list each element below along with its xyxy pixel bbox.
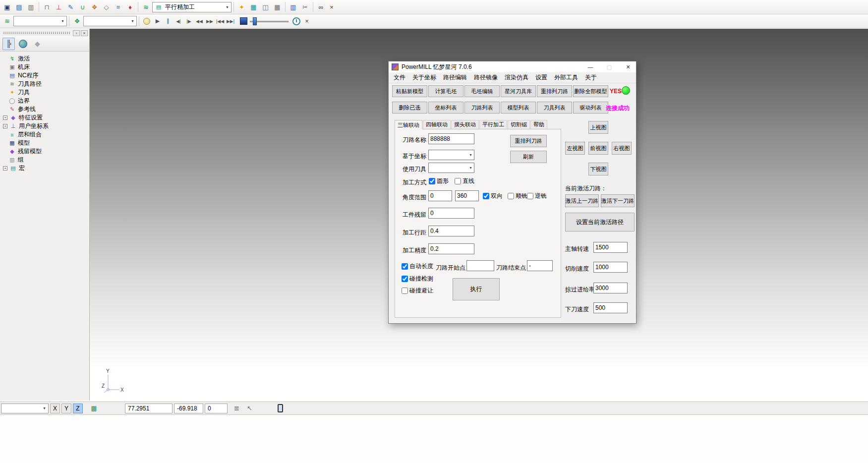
end-point-input[interactable] — [527, 260, 553, 271]
climb-checkbox[interactable]: 顺铣 — [508, 192, 527, 200]
tree-item-patterns[interactable]: ✎参考线 — [2, 105, 89, 114]
cursor-icon[interactable]: ↖ — [244, 403, 255, 414]
start-point-input[interactable] — [466, 260, 494, 271]
stats-icon[interactable]: ▥ — [288, 1, 299, 13]
collision-check-checkbox[interactable]: 碰撞检测 — [402, 275, 433, 283]
tree-item-stock-models[interactable]: ◆残留模型 — [2, 147, 89, 156]
expand-icon[interactable]: + — [3, 124, 7, 128]
tree-item-activate[interactable]: ↯激活 — [2, 55, 89, 63]
hierarchy-icon[interactable]: ╠ — [2, 38, 15, 50]
step-forward-icon[interactable]: |▶ — [184, 16, 194, 26]
line-checkbox-input[interactable] — [455, 178, 461, 184]
block-calc-icon[interactable]: ◫ — [260, 1, 271, 13]
toolpath-icon[interactable]: ≋ — [1, 15, 13, 27]
pattern-pen-icon[interactable]: ✎ — [65, 1, 76, 13]
tree-item-machine[interactable]: ▣机床 — [2, 63, 89, 71]
arc-icon[interactable]: ∪ — [77, 1, 88, 13]
tab-saw[interactable]: 切割锯 — [508, 120, 530, 129]
view-front-button[interactable]: 前视图 — [588, 142, 608, 155]
line-checkbox[interactable]: 直线 — [455, 177, 474, 185]
tool-library-button[interactable]: 星河刀具库 — [501, 85, 536, 97]
tree-item-toolpaths[interactable]: ≋刀具路径 — [2, 80, 89, 88]
explorer-pane-grip[interactable]: ▫ × — [0, 29, 89, 36]
shield-icon[interactable]: ◆ — [31, 38, 44, 50]
circle-checkbox-input[interactable] — [429, 178, 435, 184]
angle-to-input[interactable] — [455, 190, 479, 201]
handheld-icon[interactable] — [278, 404, 283, 412]
paste-new-model-button[interactable]: 粘贴新模型 — [392, 85, 427, 97]
view-left-button[interactable]: 左视图 — [565, 142, 585, 155]
refresh-button[interactable]: 刷新 — [510, 151, 547, 163]
auto-length-checkbox[interactable]: 自动长度 — [402, 262, 433, 271]
tool-select[interactable]: ▼ — [428, 163, 474, 173]
tab-swivel[interactable]: 摆头联动 — [451, 120, 479, 129]
view-top-button[interactable]: 上视图 — [588, 121, 608, 134]
block-icon[interactable]: ⊓ — [41, 1, 53, 13]
tree-item-tools[interactable]: ✦刀具 — [2, 88, 89, 97]
pane-close-icon[interactable]: × — [81, 30, 88, 36]
tool-icon[interactable]: ♦ — [124, 1, 136, 13]
toolpath-name-input[interactable] — [428, 133, 474, 144]
conventional-checkbox[interactable]: 逆铣 — [527, 192, 547, 200]
grid-icon[interactable]: ▦ — [88, 403, 100, 414]
find-icon[interactable]: ∞ — [315, 1, 327, 13]
menu-item-file[interactable]: 文件 — [390, 72, 409, 83]
toolbar-close-icon[interactable]: × — [327, 2, 336, 11]
spindle-speed-input[interactable] — [593, 242, 628, 253]
coord-select[interactable]: ▼ — [428, 150, 474, 160]
fast-forward-icon[interactable]: ▶▶ — [205, 16, 215, 26]
stepover-input[interactable] — [428, 226, 474, 236]
levels-icon[interactable]: ≡ — [113, 1, 124, 13]
menu-item-settings[interactable]: 设置 — [532, 72, 551, 83]
tool-adjust-icon[interactable]: ✦ — [236, 1, 247, 13]
view-select[interactable]: ▼ — [1, 404, 49, 413]
view-right-button[interactable]: 右视图 — [612, 142, 632, 155]
toolpath-list-button[interactable]: 刀路列表 — [464, 102, 500, 114]
tool-select-icon[interactable]: ❖ — [71, 15, 83, 27]
menu-item-about[interactable]: 关于 — [581, 72, 600, 83]
auto-length-checkbox-input[interactable] — [402, 263, 408, 270]
play-icon[interactable]: ▶ — [153, 16, 163, 26]
prev-toolpath-button[interactable]: 激活上一刀路 — [565, 194, 599, 207]
tree-item-macros[interactable]: +▤宏 — [2, 164, 89, 173]
delete-all-models-button[interactable]: 删除全部模型 — [573, 85, 608, 97]
print-icon[interactable]: ▥ — [25, 1, 37, 13]
menu-item-path-mirror[interactable]: 路径镜像 — [470, 72, 501, 83]
tree-item-boundaries[interactable]: ◯边界 — [2, 97, 89, 105]
set-active-path-button[interactable]: 设置当前激活路径 — [565, 213, 635, 232]
conventional-checkbox-input[interactable] — [527, 193, 533, 199]
tree-item-workplanes[interactable]: +⊥用户坐标系 — [2, 122, 89, 130]
simulate-light-icon[interactable] — [143, 18, 150, 25]
tree-item-nc-programs[interactable]: ▤NC程序 — [2, 71, 89, 80]
simulation-speed-slider[interactable] — [250, 17, 289, 26]
strategy-dropdown[interactable]: ▤ 平行精加工 ▼ — [152, 2, 231, 12]
expand-icon[interactable]: + — [3, 166, 7, 171]
coord-list-button[interactable]: 坐标列表 — [428, 102, 463, 114]
menu-item-external-tools[interactable]: 外部工具 — [551, 72, 581, 83]
calculator-icon[interactable]: ▦ — [272, 1, 283, 13]
tree-item-feature-sets[interactable]: +◆特征设置 — [2, 114, 89, 122]
tolerance-input[interactable] — [428, 243, 474, 254]
stock-input[interactable] — [428, 208, 474, 219]
dialog-titlebar[interactable]: PowerMILL 忆梦星河 7.0.6 — ▢ ✕ — [389, 61, 636, 72]
bidirectional-checkbox[interactable]: 双向 — [483, 192, 503, 200]
go-end-icon[interactable]: ▶▶| — [226, 16, 235, 26]
collision-avoid-checkbox[interactable]: 碰撞避让 — [402, 287, 433, 295]
tab-3axis[interactable]: 三轴联动 — [395, 120, 422, 129]
menu-item-render-sim[interactable]: 渲染仿真 — [501, 72, 532, 83]
angle-from-input[interactable] — [428, 190, 452, 201]
go-start-icon[interactable]: |◀◀ — [215, 16, 225, 26]
axis-x-button[interactable]: X — [50, 404, 60, 413]
toolpath-icon[interactable]: ≋ — [140, 1, 152, 13]
menu-item-path-edit[interactable]: 路径编辑 — [440, 72, 470, 83]
axis-z-button[interactable]: Z — [73, 404, 83, 413]
close-button[interactable]: ✕ — [620, 62, 636, 72]
tab-4axis[interactable]: 四轴联动 — [423, 120, 451, 129]
bidirectional-checkbox-input[interactable] — [483, 193, 489, 199]
tab-help[interactable]: 帮助 — [530, 120, 547, 129]
tool-select[interactable]: ▼ — [83, 16, 137, 26]
tree-item-levels[interactable]: ≡层和组合 — [2, 130, 89, 139]
rewind-icon[interactable]: ◀◀ — [194, 16, 204, 26]
climb-checkbox-input[interactable] — [508, 193, 514, 199]
cutting-feed-input[interactable] — [593, 262, 628, 273]
